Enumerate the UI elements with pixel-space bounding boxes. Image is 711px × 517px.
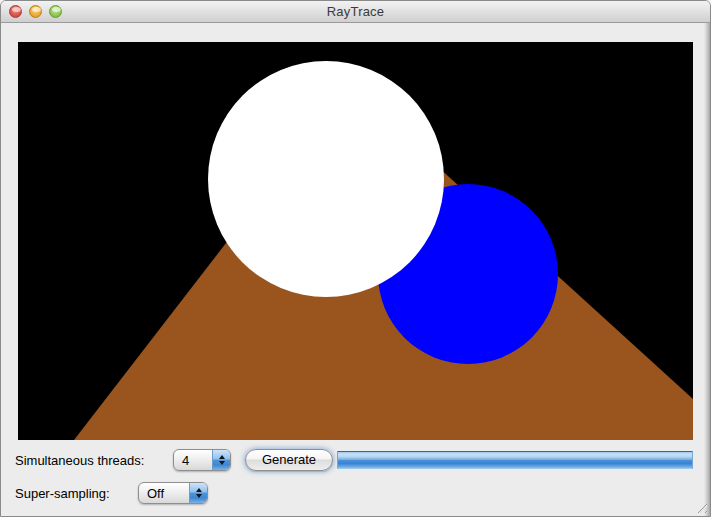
stepper-arrows-icon[interactable] bbox=[212, 450, 230, 470]
dropdown-arrows-icon[interactable] bbox=[189, 483, 207, 503]
white-sphere bbox=[208, 61, 444, 297]
render-scene bbox=[18, 42, 693, 440]
raytrace-render-canvas bbox=[18, 42, 693, 440]
arrow-down-icon[interactable] bbox=[196, 494, 202, 498]
window-title: RayTrace bbox=[1, 4, 710, 19]
supersampling-dropdown[interactable]: Off bbox=[138, 482, 208, 504]
generate-button[interactable]: Generate bbox=[245, 449, 333, 471]
resize-grip-icon[interactable] bbox=[693, 499, 707, 513]
arrow-up-icon[interactable] bbox=[219, 455, 225, 459]
window-right-edge bbox=[704, 23, 710, 516]
progress-bar-fill bbox=[338, 452, 692, 468]
threads-value: 4 bbox=[174, 453, 212, 468]
arrow-down-icon[interactable] bbox=[219, 461, 225, 465]
title-bar[interactable]: RayTrace bbox=[1, 1, 710, 23]
supersampling-value: Off bbox=[139, 486, 189, 501]
progress-bar bbox=[337, 451, 693, 469]
threads-label: Simultaneous threads: bbox=[15, 453, 144, 468]
threads-stepper[interactable]: 4 bbox=[173, 449, 231, 471]
arrow-up-icon[interactable] bbox=[196, 488, 202, 492]
supersampling-label: Super-sampling: bbox=[15, 486, 110, 501]
app-window: RayTrace Simultaneous threads: 4 Generat… bbox=[0, 0, 711, 517]
